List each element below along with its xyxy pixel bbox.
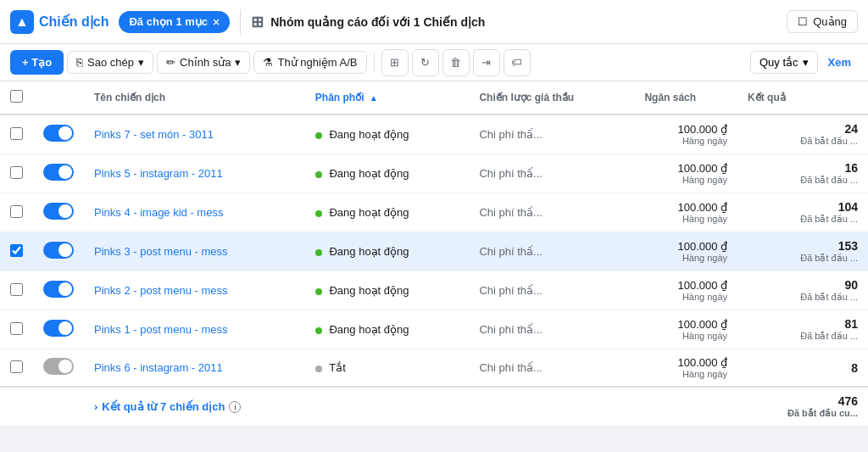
row-result-cell: 8 <box>737 349 868 388</box>
toggle-switch[interactable] <box>43 242 74 259</box>
chien-luoc-text: Chi phí thấ... <box>479 128 542 141</box>
selected-badge[interactable]: Đã chọn 1 mục × <box>119 11 230 33</box>
toggle-switch[interactable] <box>43 203 74 220</box>
row-toggle-cell <box>33 349 84 388</box>
quy-tac-button[interactable]: Quy tắc ▾ <box>750 51 818 74</box>
info-icon[interactable]: i <box>229 401 241 413</box>
sao-chep-button[interactable]: ⎘ Sao chép ▾ <box>67 51 153 74</box>
status-dot <box>315 132 322 139</box>
toggle-switch[interactable] <box>43 358 74 375</box>
campaign-name-link[interactable]: Pinks 4 - image kid - mess <box>94 206 223 219</box>
toggle-switch[interactable] <box>43 320 74 337</box>
row-checkbox-cell <box>0 232 33 271</box>
row-name-cell: Pinks 2 - post menu - mess <box>84 271 305 310</box>
toggle-switch[interactable] <box>43 281 74 298</box>
row-budget-cell: 100.000 ₫ Hàng ngày <box>634 310 737 349</box>
header-chien-luoc: Chiến lược giá thầu <box>469 81 634 114</box>
row-checkbox[interactable] <box>10 127 23 140</box>
chevron-down-icon-2[interactable]: ▾ <box>235 56 241 69</box>
footer-label: › Kết quả từ 7 chiến dịch i <box>84 387 469 427</box>
table-wrapper: Tên chiến dịch Phân phối ▲ Chiến lược gi… <box>0 81 868 427</box>
budget-freq: Hàng ngày <box>644 136 727 146</box>
chevron-down-icon-3[interactable]: ▾ <box>803 56 809 69</box>
thu-nghiem-button[interactable]: ⚗ Thử nghiệm A/B <box>253 51 366 74</box>
campaign-name-link[interactable]: Pinks 7 - set món - 3011 <box>94 128 214 141</box>
table-row: Pinks 7 - set món - 3011 Đang hoạt động … <box>0 114 868 154</box>
row-budget-cell: 100.000 ₫ Hàng ngày <box>634 154 737 193</box>
status-text: Đang hoạt động <box>329 206 409 219</box>
row-checkbox-cell <box>0 310 33 349</box>
campaign-name-link[interactable]: Pinks 6 - instagram - 2011 <box>94 361 223 374</box>
chevron-right-icon: › <box>94 400 97 413</box>
row-name-cell: Pinks 6 - instagram - 2011 <box>84 349 305 388</box>
create-button[interactable]: + Tạo <box>10 50 64 75</box>
row-status-cell: Đang hoạt động <box>305 154 470 193</box>
result-num: 90 <box>748 278 858 292</box>
table-row: Pinks 6 - instagram - 2011 Tắt Chi phí t… <box>0 349 868 388</box>
footer-ngan-sach <box>634 387 737 427</box>
footer-total: 476 <box>748 394 858 408</box>
toggle-switch[interactable] <box>43 125 74 142</box>
campaign-name-link[interactable]: Pinks 3 - post menu - mess <box>94 245 228 258</box>
row-checkbox-cell <box>0 271 33 310</box>
row-chien-luoc-cell: Chi phí thấ... <box>469 154 634 193</box>
footer-checkbox <box>0 387 33 427</box>
row-checkbox[interactable] <box>10 166 23 179</box>
table-row: Pinks 1 - post menu - mess Đang hoạt độn… <box>0 310 868 349</box>
toggle-switch[interactable] <box>43 164 74 181</box>
row-checkbox[interactable] <box>10 322 23 335</box>
nhom-text: Nhóm quảng cáo đối với 1 Chiến dịch <box>270 15 485 29</box>
chien-luoc-text: Chi phí thấ... <box>479 284 542 297</box>
budget-freq: Hàng ngày <box>644 214 727 224</box>
row-toggle-cell <box>33 154 84 193</box>
result-sub: Đã bắt đầu ... <box>748 175 858 186</box>
close-icon[interactable]: × <box>213 15 220 29</box>
result-num: 81 <box>748 317 858 331</box>
row-budget-cell: 100.000 ₫ Hàng ngày <box>634 114 737 154</box>
row-checkbox[interactable] <box>10 244 23 257</box>
quang-button[interactable]: ☐ Quảng <box>787 10 858 33</box>
grid-view-button[interactable]: ⊞ <box>381 49 409 76</box>
sao-chep-label: Sao chép <box>87 56 134 69</box>
result-sub: Đã bắt đầu ... <box>748 331 858 342</box>
row-checkbox[interactable] <box>10 360 23 373</box>
status-dot <box>315 366 322 372</box>
checkbox-icon: ☐ <box>798 15 808 28</box>
status-text: Đang hoạt động <box>329 245 409 258</box>
chinh-sua-button[interactable]: ✏ Chỉnh sửa ▾ <box>157 51 250 74</box>
row-checkbox-cell <box>0 154 33 193</box>
selected-badge-label: Đã chọn 1 mục <box>129 15 208 28</box>
row-toggle-cell <box>33 232 84 271</box>
footer-ket-qua: 476 Đã bắt đầu cu... <box>737 387 868 427</box>
xem-button[interactable]: Xem <box>821 52 858 73</box>
row-chien-luoc-cell: Chi phí thấ... <box>469 310 634 349</box>
tag-button[interactable]: 🏷 <box>504 49 531 76</box>
delete-button[interactable]: 🗑 <box>442 49 470 76</box>
select-all-checkbox[interactable] <box>10 90 23 103</box>
campaign-name-link[interactable]: Pinks 2 - post menu - mess <box>94 284 228 297</box>
header-name: Tên chiến dịch <box>84 81 305 114</box>
row-checkbox[interactable] <box>10 283 23 296</box>
row-status-cell: Đang hoạt động <box>305 310 470 349</box>
row-name-cell: Pinks 1 - post menu - mess <box>84 310 305 349</box>
campaign-name-link[interactable]: Pinks 1 - post menu - mess <box>94 323 228 336</box>
quy-tac-label: Quy tắc <box>760 56 798 69</box>
footer-row: › Kết quả từ 7 chiến dịch i 476 Đã bắt đ… <box>0 387 868 427</box>
refresh-button[interactable]: ↻ <box>412 49 439 76</box>
logo[interactable]: ▲ Chiến dịch <box>10 10 108 34</box>
share-button[interactable]: ⇥ <box>473 49 500 76</box>
row-budget-cell: 100.000 ₫ Hàng ngày <box>634 349 737 388</box>
row-checkbox[interactable] <box>10 205 23 218</box>
nhom-label: ⊞ Nhóm quảng cáo đối với 1 Chiến dịch <box>251 13 485 31</box>
header-phan-phoi[interactable]: Phân phối ▲ <box>305 81 470 114</box>
row-toggle-cell <box>33 193 84 232</box>
campaign-name-link[interactable]: Pinks 5 - instagram - 2011 <box>94 167 223 180</box>
row-budget-cell: 100.000 ₫ Hàng ngày <box>634 193 737 232</box>
row-chien-luoc-cell: Chi phí thấ... <box>469 193 634 232</box>
kq-summary[interactable]: › Kết quả từ 7 chiến dịch i <box>94 400 459 413</box>
top-bar: ▲ Chiến dịch Đã chọn 1 mục × ⊞ Nhóm quản… <box>0 0 868 44</box>
tag-icon: 🏷 <box>511 56 522 69</box>
result-num: 104 <box>748 200 858 214</box>
budget-freq: Hàng ngày <box>644 331 727 341</box>
chevron-down-icon[interactable]: ▾ <box>138 56 144 69</box>
